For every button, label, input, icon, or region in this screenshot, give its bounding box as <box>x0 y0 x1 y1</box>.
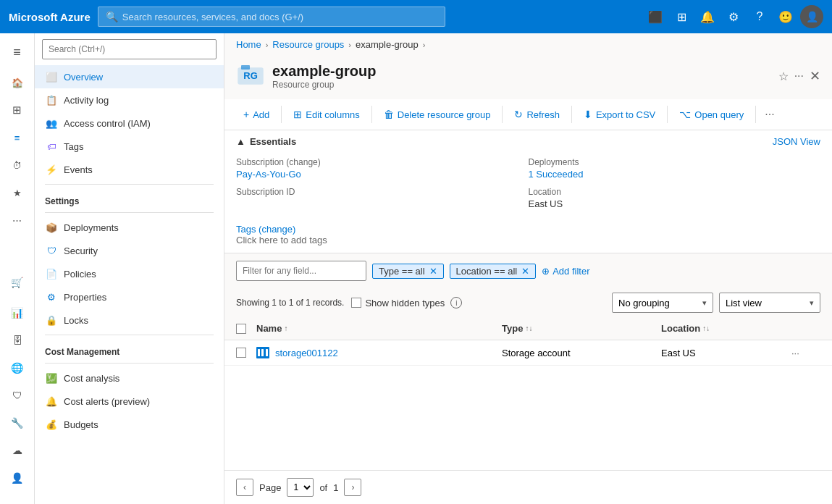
dashboard-icon: ⊞ <box>12 104 22 117</box>
show-hidden-types[interactable]: Show hidden types i <box>351 297 462 308</box>
toolbar-sep-4 <box>571 106 572 123</box>
breadcrumb-resource-groups[interactable]: Resource groups <box>272 39 344 50</box>
add-filter-button[interactable]: ⊕ Add filter <box>542 266 589 277</box>
nav-item-activity-log[interactable]: 📋 Activity log <box>35 88 224 112</box>
sidebar-item-dashboard[interactable]: ⊞ <box>3 97 32 123</box>
monitor-icon: 📊 <box>11 307 23 319</box>
toolbar-more-button[interactable]: ··· <box>760 105 778 124</box>
page-header: RG example-group Resource group ☆ ··· ✕ <box>224 56 832 99</box>
search-bar[interactable]: 🔍 <box>98 7 445 27</box>
type-filter-label: Type == all <box>379 266 425 277</box>
deployments-value[interactable]: 1 Succeeded <box>529 169 815 180</box>
sidebar-item-user[interactable]: 👤 <box>3 465 32 491</box>
svg-rect-5 <box>261 349 264 356</box>
svg-rect-6 <box>266 349 268 356</box>
shield-icon: 🛡 <box>12 390 22 401</box>
info-icon[interactable]: i <box>450 297 462 308</box>
nav-item-locks[interactable]: 🔒 Locks <box>35 308 224 332</box>
add-tags-link[interactable]: Click here to add tags <box>236 235 327 245</box>
sidebar-item-network[interactable]: 🌐 <box>3 355 32 381</box>
sidebar-item-devops[interactable]: 🔧 <box>3 410 32 436</box>
pin-icon[interactable]: ☆ <box>778 70 789 83</box>
events-icon: ⚡ <box>45 163 58 176</box>
breadcrumb-sep-3: › <box>423 41 426 49</box>
type-column-header[interactable]: Type ↑↓ <box>502 323 661 334</box>
delete-resource-group-button[interactable]: 🗑 Delete resource group <box>377 105 498 124</box>
topbar: Microsoft Azure 🔍 ⬛ ⊞ 🔔 ⚙ ? 🙂 👤 <box>0 0 832 33</box>
sidebar-item-recent[interactable]: ⏱ <box>3 152 32 178</box>
settings-icon[interactable]: ⚙ <box>722 5 745 28</box>
nav-item-properties[interactable]: ⚙ Properties <box>35 285 224 308</box>
nav-item-budgets[interactable]: 💰 Budgets <box>35 413 224 436</box>
sidebar-item-sql[interactable]: 🗄 <box>3 327 32 353</box>
nav-search-input[interactable] <box>42 39 217 59</box>
essentials-header[interactable]: ▲ Essentials JSON View <box>224 130 832 153</box>
subscription-value[interactable]: Pay-As-You-Go <box>236 169 523 180</box>
breadcrumb: Home › Resource groups › example-group › <box>224 33 832 56</box>
nav-item-cost-analysis[interactable]: 💹 Cost analysis <box>35 366 224 390</box>
add-filter-icon: ⊕ <box>542 266 550 277</box>
marketplace-icon: 🛒 <box>11 277 23 288</box>
help-icon[interactable]: ? <box>748 5 771 28</box>
search-input[interactable] <box>122 12 437 22</box>
grouping-dropdown[interactable]: No grouping ▾ <box>612 293 713 313</box>
export-csv-button[interactable]: ⬇ Export to CSV <box>576 105 663 124</box>
resource-type-1: Storage account <box>502 348 661 358</box>
edit-columns-button[interactable]: ⊞ Edit columns <box>286 105 366 124</box>
add-button[interactable]: + Add <box>236 105 277 124</box>
sidebar-item-security2[interactable]: 🛡 <box>3 382 32 408</box>
location-filter-close[interactable]: ✕ <box>521 266 529 277</box>
nav-item-tags[interactable]: 🏷 Tags <box>35 135 224 158</box>
next-page-button[interactable]: › <box>344 479 361 496</box>
nav-search[interactable] <box>42 39 217 59</box>
resource-location-1: East US <box>661 348 791 358</box>
essentials-tags: Tags (change) Click here to add tags <box>224 221 832 253</box>
cloud-shell-icon[interactable]: ⬛ <box>644 5 667 28</box>
view-dropdown[interactable]: List view ▾ <box>719 293 820 313</box>
type-filter-close[interactable]: ✕ <box>429 266 437 277</box>
header-checkbox[interactable] <box>236 324 246 334</box>
sidebar-item-resources[interactable]: ≡ <box>3 125 32 151</box>
name-column-header[interactable]: Name ↑ <box>256 323 502 334</box>
header-more-icon[interactable]: ··· <box>794 70 804 83</box>
sidebar-item-favorites[interactable]: ★ <box>3 180 32 206</box>
page-select[interactable]: 1 <box>287 478 314 497</box>
refresh-button[interactable]: ↻ Refresh <box>507 105 567 124</box>
nav-item-security[interactable]: 🛡 Security <box>35 239 224 262</box>
show-hidden-checkbox[interactable] <box>351 298 361 308</box>
location-sort-icon: ↑↓ <box>702 324 710 332</box>
notifications-icon[interactable]: 🔔 <box>696 5 719 28</box>
directory-icon[interactable]: ⊞ <box>670 5 693 28</box>
nav-item-policies[interactable]: 📄 Policies <box>35 262 224 285</box>
sidebar-item-bottom1[interactable]: ☁ <box>3 437 32 463</box>
sidebar-item-monitor[interactable]: 📊 <box>3 300 32 326</box>
prev-page-button[interactable]: ‹ <box>236 479 253 496</box>
row-more-button-1[interactable]: ··· <box>791 348 820 358</box>
nav-item-iam[interactable]: 👥 Access control (IAM) <box>35 112 224 135</box>
feedback-icon[interactable]: 🙂 <box>774 5 797 28</box>
sidebar-item-home[interactable]: 🏠 <box>3 70 32 96</box>
breadcrumb-current[interactable]: example-group <box>356 39 419 50</box>
nav-item-overview[interactable]: ⬜ Overview <box>35 65 224 88</box>
json-view-link[interactable]: JSON View <box>773 136 820 147</box>
sidebar-item-more[interactable]: ⋯ <box>3 207 32 233</box>
cost-management-title: Cost Management <box>35 338 224 360</box>
row-checkbox-1[interactable] <box>236 348 246 358</box>
open-query-button[interactable]: ⌥ Open query <box>672 105 751 124</box>
sidebar-expand-btn[interactable]: ≡ <box>3 39 32 65</box>
nav-item-deployments[interactable]: 📦 Deployments <box>35 216 224 239</box>
user-avatar[interactable]: 👤 <box>800 5 823 28</box>
filter-input[interactable] <box>236 261 366 281</box>
nav-item-cost-alerts[interactable]: 🔔 Cost alerts (preview) <box>35 390 224 413</box>
location-column-header[interactable]: Location ↑↓ <box>661 323 791 334</box>
essentials-location: Location East US <box>529 182 821 212</box>
resource-name-1[interactable]: storage001122 <box>256 346 502 359</box>
table-row: storage001122 Storage account East US ··… <box>224 340 832 366</box>
breadcrumb-home[interactable]: Home <box>236 39 261 50</box>
sidebar-item-marketplace[interactable]: 🛒 <box>3 269 32 295</box>
close-icon[interactable]: ✕ <box>810 70 820 83</box>
essentials-deployments: Deployments 1 Succeeded <box>529 153 821 182</box>
page-title: example-group <box>272 63 771 80</box>
nav-item-events[interactable]: ⚡ Events <box>35 158 224 181</box>
tags-label: Tags (change) <box>236 224 295 235</box>
